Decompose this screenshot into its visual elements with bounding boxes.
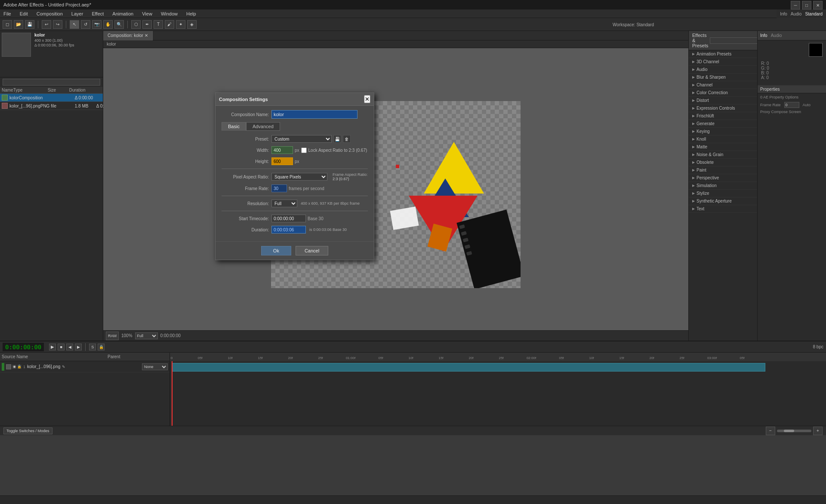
tab-basic[interactable]: Basic [222,122,246,131]
effect-category-synthetic[interactable]: ▶ Synthetic Aperture [689,197,757,205]
redo-btn[interactable]: ↪ [53,20,62,29]
ram-preview-btn[interactable]: RAM [106,332,119,340]
menu-composition[interactable]: Composition [35,10,65,17]
preset-select[interactable]: Custom [271,135,332,143]
effect-category-matte[interactable]: ▶ Matte [689,143,757,151]
effect-category-paint[interactable]: ▶ Paint [689,166,757,174]
effect-category-knoll[interactable]: ▶ Knoll [689,135,757,143]
height-row: Height: px [222,157,368,165]
text-tool[interactable]: T [154,20,163,29]
track-clip[interactable] [172,363,765,372]
parent-select[interactable]: None [142,363,168,370]
effect-category-stylize[interactable]: ▶ Stylize [689,190,757,197]
open-btn[interactable]: 📂 [14,20,23,29]
tab-advanced[interactable]: Advanced [246,122,280,131]
project-item-png[interactable]: kolor_[...96].png PNG file 1.8 MB Δ 0:00… [0,102,103,110]
effect-category-3dchannel[interactable]: ▶ 3D Channel [689,58,757,66]
zoom-in-timeline-btn[interactable]: + [813,427,823,435]
resolution-select[interactable]: Full Half Quarter [135,332,158,339]
menu-layer[interactable]: Layer [70,10,85,17]
resolution-row: Resolution: Full Half Third Quarter 400 … [222,200,368,207]
undo-btn[interactable]: ↩ [42,20,51,29]
solo-btn[interactable]: S [89,344,96,350]
save-btn[interactable]: 💾 [25,20,34,29]
lock-aspect-checkbox[interactable] [301,148,307,153]
frame-rate-value-input[interactable] [784,102,799,108]
maximize-btn[interactable]: □ [802,1,811,9]
dialog-close-button[interactable]: ✕ [364,95,370,103]
menu-view[interactable]: View [140,10,154,17]
lock-btn[interactable]: 🔒 [98,344,105,350]
zoom-out-timeline-btn[interactable]: − [766,427,775,435]
new-project-btn[interactable]: ◻ [3,20,12,29]
comp-tab-kolor[interactable]: Composition: kolor ✕ [103,31,153,40]
resolution-dialog-select[interactable]: Full Half Third Quarter [271,200,297,207]
pen-tool[interactable]: ✒ [142,20,152,29]
layer-settings-btn[interactable]: ✎ [62,365,65,369]
visibility-btn[interactable] [6,364,11,369]
menu-window[interactable]: Window [159,10,179,17]
timeline-zoom-slider[interactable] [777,430,811,432]
effect-category-frischluft[interactable]: ▶ Frischlüft [689,112,757,120]
mask-tool[interactable]: ⬡ [131,20,141,29]
menu-edit[interactable]: Edit [18,10,30,17]
next-frame-btn[interactable]: ▶ [75,344,82,350]
ok-button[interactable]: Ok [261,246,291,255]
toggle-switches-btn[interactable]: Toggle Switches / Modes [3,427,52,434]
comp-name-row: Composition Name: [222,110,368,119]
effect-category-generate[interactable]: ▶ Generate [689,120,757,128]
paint-tool[interactable]: 🖌 [165,20,174,29]
effect-category-channel[interactable]: ▶ Channel [689,81,757,89]
resolution-info: 400 x 600, 937 KB per 8bpc frame [301,201,360,206]
effect-category-noise[interactable]: ▶ Noise & Grain [689,151,757,159]
effect-category-keying[interactable]: ▶ Keying [689,128,757,135]
effect-category-text[interactable]: ▶ Text [689,205,757,213]
track-row-layer[interactable]: ◉ 🔒 1 kolor_[...096].png ✎ None [0,361,170,372]
preset-delete-btn[interactable]: 🗑 [343,135,351,143]
menu-help[interactable]: Help [185,10,198,17]
layer-solo-btn[interactable]: ◉ [12,365,16,369]
effect-category-color[interactable]: ▶ Color Correction [689,89,757,97]
stamp-tool[interactable]: ✦ [176,20,185,29]
audio-tab[interactable]: Audio [771,33,782,38]
effect-category-distort[interactable]: ▶ Distort [689,97,757,104]
preset-save-btn[interactable]: 💾 [333,135,341,143]
effect-category-animation[interactable]: ▶ Animation Presets [689,50,757,58]
item-type-kolor: Composition [19,95,53,100]
project-item-kolor[interactable]: kolor Composition Δ 0:00:00 [0,94,103,102]
effect-category-perspective[interactable]: ▶ Perspective [689,174,757,182]
height-input[interactable] [271,157,293,165]
effects-search-input[interactable] [710,37,757,44]
project-search-input[interactable] [3,79,100,86]
eraser-tool[interactable]: ◈ [187,20,197,29]
effect-category-blur[interactable]: ▶ Blur & Sharpen [689,74,757,81]
effect-category-audio[interactable]: ▶ Audio [689,66,757,74]
track-content [170,361,826,426]
effect-category-obsolete[interactable]: ▶ Obsolete [689,159,757,166]
close-btn[interactable]: ✕ [813,1,823,9]
layer-lock-btn[interactable]: 🔒 [17,365,22,369]
cancel-button[interactable]: Cancel [296,246,328,255]
effect-category-simulation[interactable]: ▶ Simulation [689,182,757,190]
pixel-aspect-select[interactable]: Square Pixels [271,173,327,181]
comp-name-input[interactable] [271,110,358,119]
playhead[interactable] [172,361,173,426]
menu-effect[interactable]: Effect [90,10,105,17]
duration-input[interactable] [271,226,306,234]
pan-tool[interactable]: ✋ [103,20,113,29]
rotation-tool[interactable]: ↺ [81,20,90,29]
menu-file[interactable]: File [2,10,13,17]
start-timecode-input[interactable] [271,215,306,222]
select-tool[interactable]: ↖ [70,20,79,29]
camera-tool[interactable]: 📷 [92,20,102,29]
zoom-tool[interactable]: 🔍 [114,20,124,29]
info-tab[interactable]: Info [760,33,767,38]
width-input[interactable] [271,146,293,154]
stop-btn[interactable]: ■ [58,344,65,350]
menu-animation[interactable]: Animation [111,10,135,17]
frame-rate-dialog-input[interactable] [271,184,287,192]
minimize-btn[interactable]: ─ [791,1,800,9]
prev-frame-btn[interactable]: ◀ [66,344,73,350]
play-btn[interactable]: ▶ [49,344,56,350]
effect-category-expression[interactable]: ▶ Expression Controls [689,104,757,112]
